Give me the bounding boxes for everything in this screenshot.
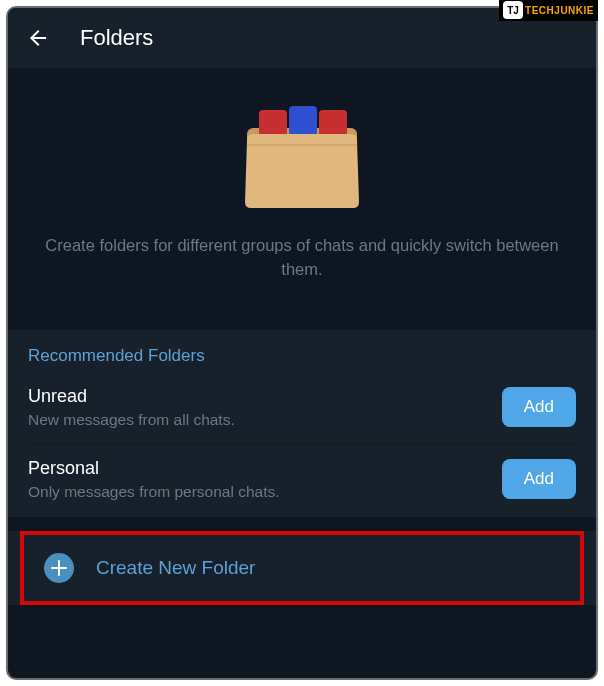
svg-rect-2 — [289, 106, 317, 136]
recommended-section: Recommended Folders Unread New messages … — [8, 330, 596, 517]
svg-rect-3 — [319, 110, 347, 138]
folder-info: Unread New messages from all chats. — [28, 386, 502, 429]
add-button-personal[interactable]: Add — [502, 459, 576, 499]
recommended-item-personal: Personal Only messages from personal cha… — [28, 458, 576, 507]
watermark: TJ TECHJUNKIE — [499, 0, 598, 21]
folder-desc: New messages from all chats. — [28, 411, 502, 429]
folder-info: Personal Only messages from personal cha… — [28, 458, 502, 501]
page-title: Folders — [80, 25, 153, 51]
create-section: Create New Folder — [8, 531, 596, 605]
recommended-item-unread: Unread New messages from all chats. Add — [28, 386, 576, 444]
add-button-unread[interactable]: Add — [502, 387, 576, 427]
create-label: Create New Folder — [96, 557, 255, 579]
watermark-text: TECHJUNKIE — [525, 5, 594, 16]
divider — [8, 316, 596, 330]
plus-icon — [44, 553, 74, 583]
app-frame: Folders Create folders for different gro… — [6, 6, 598, 680]
intro-section: Create folders for different groups of c… — [8, 68, 596, 316]
arrow-left-icon — [26, 26, 50, 50]
svg-rect-4 — [247, 144, 357, 146]
folder-name: Personal — [28, 458, 502, 479]
folder-desc: Only messages from personal chats. — [28, 483, 502, 501]
recommended-title: Recommended Folders — [28, 346, 576, 366]
folder-icon — [237, 100, 367, 210]
folder-name: Unread — [28, 386, 502, 407]
folder-illustration — [38, 100, 566, 210]
watermark-logo: TJ — [503, 1, 523, 19]
svg-rect-1 — [259, 110, 287, 138]
back-button[interactable] — [26, 26, 50, 50]
create-new-folder-button[interactable]: Create New Folder — [20, 531, 584, 605]
intro-text: Create folders for different groups of c… — [38, 234, 566, 282]
